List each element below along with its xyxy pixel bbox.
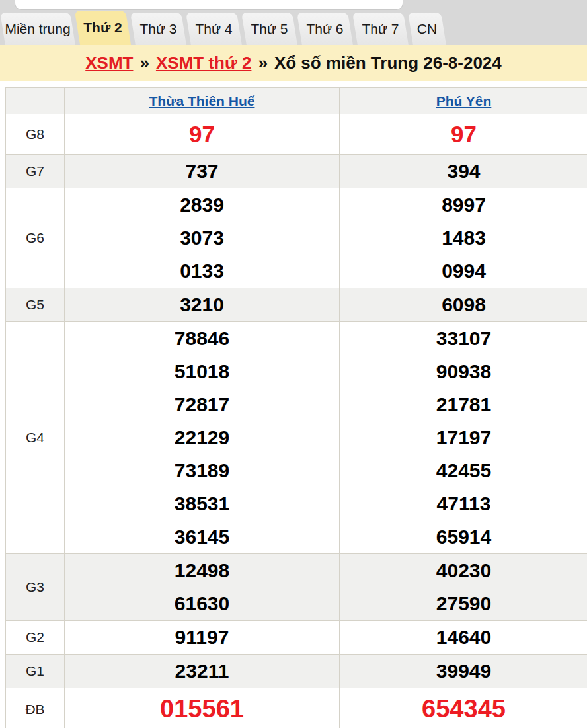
- table-row-g3: G312498616304023027590: [6, 554, 587, 621]
- result-number: 17197: [340, 421, 587, 454]
- result-number: 654345: [340, 688, 587, 728]
- tab-label: Thứ 4: [195, 21, 232, 37]
- result-number: 91197: [65, 621, 339, 654]
- result-cell: 39949: [340, 655, 587, 688]
- result-cell: 015561: [65, 688, 340, 728]
- result-number: 90938: [340, 355, 587, 388]
- top-bar: [15, 0, 403, 10]
- result-number: 65914: [340, 520, 587, 553]
- tab-thu-5[interactable]: Thứ 5: [244, 13, 295, 45]
- table-row-g8: G89797: [6, 114, 587, 155]
- result-cell: 283930730133: [65, 188, 340, 288]
- result-number: 2839: [65, 188, 339, 222]
- result-cell: 4023027590: [340, 554, 587, 621]
- tab-thu-2[interactable]: Thứ 2: [77, 11, 128, 45]
- result-cell: 3210: [65, 288, 340, 322]
- result-number: 21781: [340, 388, 587, 421]
- results-table: Thừa Thiên HuếPhú Yên G89797G7737394G628…: [5, 87, 587, 728]
- result-cell: 394: [340, 155, 587, 188]
- tab-label: Miền trung: [5, 21, 70, 37]
- result-number: 33107: [340, 322, 587, 355]
- result-number: 27590: [340, 587, 587, 620]
- tab-thu-4[interactable]: Thứ 4: [188, 13, 239, 45]
- result-number: 47113: [340, 487, 587, 520]
- tab-label: CN: [417, 21, 437, 37]
- breadcrumb-separator: »: [258, 53, 267, 73]
- tab-thu-3[interactable]: Thứ 3: [133, 13, 184, 45]
- result-number: 0133: [65, 255, 339, 288]
- lottery-results-page: Miền trungThứ 2Thứ 3Thứ 4Thứ 5Thứ 6Thứ 7…: [0, 0, 587, 728]
- result-number: 3210: [65, 288, 339, 321]
- result-number: 6098: [340, 288, 587, 321]
- prize-label-db: ĐB: [6, 688, 65, 728]
- breadcrumb-link-xsmt-thu-2[interactable]: XSMT thứ 2: [156, 53, 252, 73]
- result-number: 737: [65, 155, 339, 188]
- result-number: 97: [340, 114, 587, 154]
- result-cell: 91197: [65, 621, 340, 655]
- tab-thu-6[interactable]: Thứ 6: [299, 13, 350, 45]
- result-number: 14640: [340, 621, 587, 654]
- result-number: 51018: [65, 355, 339, 388]
- province-link-phu-yen[interactable]: Phú Yên: [436, 93, 492, 108]
- column-header-empty: [6, 88, 65, 114]
- result-cell: 737: [65, 155, 340, 188]
- breadcrumb-current-page: Xổ số miền Trung 26-8-2024: [274, 53, 502, 73]
- breadcrumb-link-xsmt[interactable]: XSMT: [85, 53, 133, 73]
- result-cell: 78846510187281722129731893853136145: [65, 322, 340, 554]
- prize-label-g5: G5: [6, 288, 65, 322]
- tab-label: Thứ 5: [251, 21, 288, 37]
- breadcrumb: XSMT » XSMT thứ 2 » Xổ số miền Trung 26-…: [0, 45, 587, 81]
- table-row-g5: G532106098: [6, 288, 587, 322]
- table-row-g4: G478846510187281722129731893853136145331…: [6, 322, 587, 554]
- prize-label-g8: G8: [6, 114, 65, 155]
- result-number: 22129: [65, 421, 339, 454]
- prize-label-g4: G4: [6, 322, 65, 554]
- prize-label-g3: G3: [6, 554, 65, 621]
- result-number: 40230: [340, 554, 587, 587]
- table-header-row: Thừa Thiên HuếPhú Yên: [6, 88, 587, 114]
- result-number: 78846: [65, 322, 339, 355]
- table-body: G89797G7737394G6283930730133899714830994…: [6, 114, 587, 728]
- result-cell: 23211: [65, 655, 340, 688]
- prize-label-g2: G2: [6, 621, 65, 655]
- tab-label: Thứ 3: [139, 21, 176, 37]
- tab-bar: Miền trungThứ 2Thứ 3Thứ 4Thứ 5Thứ 6Thứ 7…: [0, 11, 587, 45]
- result-cell: 654345: [340, 688, 587, 728]
- result-number: 394: [340, 155, 587, 188]
- tab-thu-7[interactable]: Thứ 7: [355, 13, 406, 45]
- result-number: 12498: [65, 554, 339, 587]
- result-number: 23211: [65, 655, 339, 688]
- result-cell: 899714830994: [340, 188, 587, 288]
- table-row-g7: G7737394: [6, 155, 587, 188]
- result-number: 39949: [340, 655, 587, 688]
- table-row-db: ĐB015561654345: [6, 688, 587, 728]
- result-cell: 33107909382178117197424554711365914: [340, 322, 587, 554]
- result-number: 36145: [65, 520, 339, 553]
- result-cell: 14640: [340, 621, 587, 655]
- tab-mien-trung[interactable]: Miền trung: [3, 13, 73, 45]
- prize-label-g1: G1: [6, 655, 65, 688]
- province-link-thua-thien-hue[interactable]: Thừa Thiên Huế: [149, 93, 255, 108]
- table-row-g1: G12321139949: [6, 655, 587, 688]
- table-row-g6: G6283930730133899714830994: [6, 188, 587, 288]
- result-number: 73189: [65, 454, 339, 487]
- tab-cn[interactable]: CN: [411, 13, 444, 45]
- result-number: 42455: [340, 454, 587, 487]
- result-number: 97: [65, 114, 339, 154]
- table-row-g2: G29119714640: [6, 621, 587, 655]
- result-number: 015561: [65, 688, 339, 728]
- result-number: 38531: [65, 487, 339, 520]
- result-cell: 97: [340, 114, 587, 155]
- column-header-thua-thien-hue: Thừa Thiên Huế: [65, 88, 340, 114]
- result-cell: 6098: [340, 288, 587, 322]
- column-header-phu-yen: Phú Yên: [340, 88, 587, 114]
- prize-label-g6: G6: [6, 188, 65, 288]
- result-cell: 1249861630: [65, 554, 340, 621]
- breadcrumb-separator: »: [139, 53, 149, 73]
- result-number: 61630: [65, 587, 339, 620]
- result-cell: 97: [65, 114, 340, 155]
- result-number: 1483: [340, 222, 587, 255]
- tab-label: Thứ 2: [83, 20, 122, 36]
- prize-label-g7: G7: [6, 155, 65, 188]
- tab-label: Thứ 7: [362, 21, 399, 37]
